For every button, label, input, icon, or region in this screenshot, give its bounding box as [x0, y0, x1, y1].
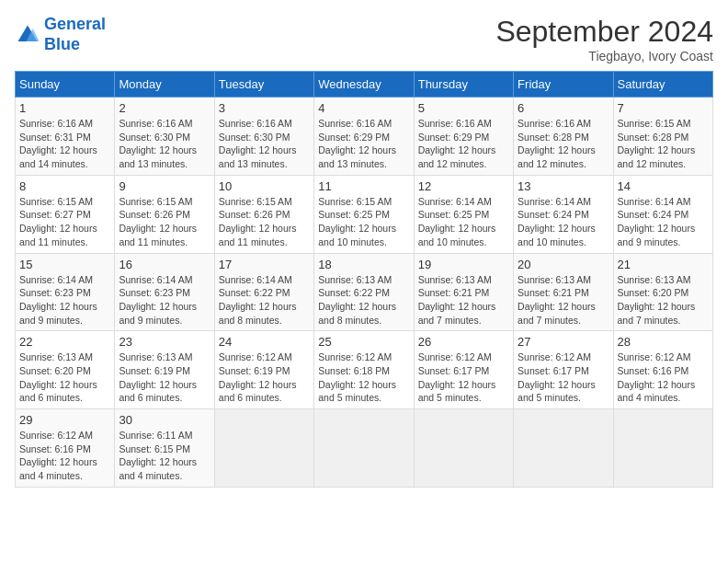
day-cell: 26Sunrise: 6:12 AM Sunset: 6:17 PM Dayli…: [414, 331, 513, 409]
day-cell: [214, 409, 313, 488]
day-cell: 28Sunrise: 6:12 AM Sunset: 6:16 PM Dayli…: [613, 331, 712, 409]
day-info: Sunrise: 6:14 AM Sunset: 6:24 PM Dayligh…: [618, 195, 709, 249]
day-cell: [314, 409, 414, 488]
title-area: September 2024 Tiegbayo, Ivory Coast: [495, 15, 713, 63]
day-number: 4: [318, 101, 409, 115]
subtitle: Tiegbayo, Ivory Coast: [495, 49, 713, 63]
day-cell: 20Sunrise: 6:13 AM Sunset: 6:21 PM Dayli…: [514, 253, 613, 331]
day-info: Sunrise: 6:16 AM Sunset: 6:30 PM Dayligh…: [219, 117, 310, 171]
logo-icon: [15, 22, 40, 48]
day-cell: 6Sunrise: 6:16 AM Sunset: 6:28 PM Daylig…: [514, 98, 613, 176]
day-number: 26: [418, 335, 509, 349]
day-info: Sunrise: 6:15 AM Sunset: 6:28 PM Dayligh…: [618, 117, 709, 171]
week-row-5: 29Sunrise: 6:12 AM Sunset: 6:16 PM Dayli…: [16, 409, 713, 488]
day-number: 20: [518, 258, 609, 271]
header-day-saturday: Saturday: [613, 72, 712, 98]
header-day-sunday: Sunday: [16, 72, 115, 98]
day-cell: 24Sunrise: 6:12 AM Sunset: 6:19 PM Dayli…: [214, 331, 313, 409]
day-number: 16: [119, 258, 210, 271]
logo-text: General Blue: [44, 15, 106, 54]
day-cell: 4Sunrise: 6:16 AM Sunset: 6:29 PM Daylig…: [314, 98, 414, 176]
day-cell: 27Sunrise: 6:12 AM Sunset: 6:17 PM Dayli…: [514, 331, 613, 409]
main-title: September 2024: [495, 15, 713, 49]
logo-line1: General: [44, 15, 106, 33]
day-cell: 29Sunrise: 6:12 AM Sunset: 6:16 PM Dayli…: [16, 409, 115, 488]
day-number: 7: [618, 101, 709, 115]
day-number: 14: [618, 179, 709, 193]
calendar-header-row: SundayMondayTuesdayWednesdayThursdayFrid…: [16, 72, 713, 98]
header: General Blue September 2024 Tiegbayo, Iv…: [15, 15, 713, 63]
day-number: 1: [19, 101, 110, 115]
day-info: Sunrise: 6:15 AM Sunset: 6:25 PM Dayligh…: [318, 195, 409, 249]
day-info: Sunrise: 6:15 AM Sunset: 6:27 PM Dayligh…: [19, 195, 110, 249]
header-day-wednesday: Wednesday: [314, 72, 414, 98]
day-number: 29: [19, 413, 110, 427]
logo-line2: Blue: [44, 35, 80, 53]
day-info: Sunrise: 6:13 AM Sunset: 6:19 PM Dayligh…: [119, 350, 210, 405]
day-info: Sunrise: 6:16 AM Sunset: 6:31 PM Dayligh…: [19, 117, 110, 171]
week-row-2: 8Sunrise: 6:15 AM Sunset: 6:27 PM Daylig…: [16, 175, 713, 253]
day-cell: [414, 409, 513, 488]
day-info: Sunrise: 6:12 AM Sunset: 6:16 PM Dayligh…: [19, 429, 110, 483]
day-info: Sunrise: 6:13 AM Sunset: 6:20 PM Dayligh…: [19, 350, 110, 405]
day-number: 5: [418, 101, 509, 115]
day-number: 17: [219, 258, 310, 271]
week-row-3: 15Sunrise: 6:14 AM Sunset: 6:23 PM Dayli…: [16, 253, 713, 331]
day-number: 12: [418, 179, 509, 193]
day-cell: 13Sunrise: 6:14 AM Sunset: 6:24 PM Dayli…: [514, 175, 613, 253]
day-cell: 19Sunrise: 6:13 AM Sunset: 6:21 PM Dayli…: [414, 253, 513, 331]
day-info: Sunrise: 6:13 AM Sunset: 6:22 PM Dayligh…: [318, 273, 409, 327]
logo: General Blue: [15, 15, 106, 54]
day-info: Sunrise: 6:13 AM Sunset: 6:20 PM Dayligh…: [618, 273, 709, 327]
day-info: Sunrise: 6:14 AM Sunset: 6:23 PM Dayligh…: [19, 273, 110, 327]
day-cell: 21Sunrise: 6:13 AM Sunset: 6:20 PM Dayli…: [613, 253, 712, 331]
day-info: Sunrise: 6:12 AM Sunset: 6:16 PM Dayligh…: [618, 350, 709, 405]
day-number: 8: [19, 179, 110, 193]
day-cell: 12Sunrise: 6:14 AM Sunset: 6:25 PM Dayli…: [414, 175, 513, 253]
day-number: 11: [318, 179, 409, 193]
day-info: Sunrise: 6:11 AM Sunset: 6:15 PM Dayligh…: [119, 429, 210, 483]
day-info: Sunrise: 6:16 AM Sunset: 6:29 PM Dayligh…: [418, 117, 509, 171]
header-day-monday: Monday: [115, 72, 214, 98]
day-cell: 30Sunrise: 6:11 AM Sunset: 6:15 PM Dayli…: [115, 409, 214, 488]
day-cell: 11Sunrise: 6:15 AM Sunset: 6:25 PM Dayli…: [314, 175, 414, 253]
day-cell: 16Sunrise: 6:14 AM Sunset: 6:23 PM Dayli…: [115, 253, 214, 331]
day-info: Sunrise: 6:16 AM Sunset: 6:30 PM Dayligh…: [119, 117, 210, 171]
header-day-thursday: Thursday: [414, 72, 513, 98]
day-info: Sunrise: 6:13 AM Sunset: 6:21 PM Dayligh…: [518, 273, 609, 327]
day-number: 28: [618, 335, 709, 349]
header-day-friday: Friday: [514, 72, 613, 98]
day-number: 30: [119, 413, 210, 427]
day-cell: 22Sunrise: 6:13 AM Sunset: 6:20 PM Dayli…: [16, 331, 115, 409]
day-number: 25: [318, 335, 409, 349]
day-info: Sunrise: 6:13 AM Sunset: 6:21 PM Dayligh…: [418, 273, 509, 327]
day-info: Sunrise: 6:16 AM Sunset: 6:28 PM Dayligh…: [518, 117, 609, 171]
day-number: 23: [119, 335, 210, 349]
day-info: Sunrise: 6:16 AM Sunset: 6:29 PM Dayligh…: [318, 117, 409, 171]
day-number: 15: [19, 258, 110, 271]
day-number: 18: [318, 258, 409, 271]
day-cell: 25Sunrise: 6:12 AM Sunset: 6:18 PM Dayli…: [314, 331, 414, 409]
day-cell: 14Sunrise: 6:14 AM Sunset: 6:24 PM Dayli…: [613, 175, 712, 253]
day-info: Sunrise: 6:15 AM Sunset: 6:26 PM Dayligh…: [219, 195, 310, 249]
day-number: 3: [219, 101, 310, 115]
week-row-1: 1Sunrise: 6:16 AM Sunset: 6:31 PM Daylig…: [16, 98, 713, 176]
day-info: Sunrise: 6:14 AM Sunset: 6:25 PM Dayligh…: [418, 195, 509, 249]
day-number: 22: [19, 335, 110, 349]
day-number: 27: [518, 335, 609, 349]
day-cell: 15Sunrise: 6:14 AM Sunset: 6:23 PM Dayli…: [16, 253, 115, 331]
day-info: Sunrise: 6:15 AM Sunset: 6:26 PM Dayligh…: [119, 195, 210, 249]
day-cell: [514, 409, 613, 488]
day-cell: 10Sunrise: 6:15 AM Sunset: 6:26 PM Dayli…: [214, 175, 313, 253]
day-number: 21: [618, 258, 709, 271]
day-cell: 17Sunrise: 6:14 AM Sunset: 6:22 PM Dayli…: [214, 253, 313, 331]
day-info: Sunrise: 6:14 AM Sunset: 6:23 PM Dayligh…: [119, 273, 210, 327]
day-number: 9: [119, 179, 210, 193]
day-cell: 9Sunrise: 6:15 AM Sunset: 6:26 PM Daylig…: [115, 175, 214, 253]
day-number: 6: [518, 101, 609, 115]
day-info: Sunrise: 6:14 AM Sunset: 6:22 PM Dayligh…: [219, 273, 310, 327]
day-cell: 1Sunrise: 6:16 AM Sunset: 6:31 PM Daylig…: [16, 98, 115, 176]
calendar-table: SundayMondayTuesdayWednesdayThursdayFrid…: [15, 71, 713, 488]
day-cell: 23Sunrise: 6:13 AM Sunset: 6:19 PM Dayli…: [115, 331, 214, 409]
day-info: Sunrise: 6:12 AM Sunset: 6:18 PM Dayligh…: [318, 350, 409, 405]
